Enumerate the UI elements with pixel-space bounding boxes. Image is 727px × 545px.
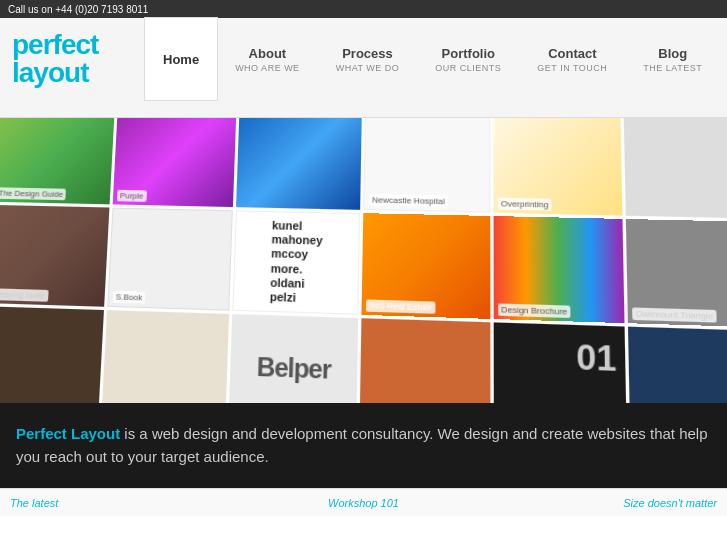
bottom-description-text: is a web design and development consulta… — [16, 425, 708, 465]
logo-line1: perfect — [12, 31, 98, 59]
portfolio-item[interactable]: Wedding Invite — [0, 205, 109, 307]
nav-item-home[interactable]: Home — [145, 18, 217, 100]
item-label-wedding: Wedding Invite — [0, 288, 48, 302]
logo-line2: layout — [12, 59, 98, 87]
nav-label-blog: Blog — [658, 46, 687, 61]
portfolio-item[interactable]: Newcastle Hospital — [363, 118, 490, 213]
nav-label-home: Home — [163, 52, 199, 67]
item-label-sbook: S.Book — [112, 291, 145, 304]
mahoney-text: kunel mahoney mccoy more. oldani pelzi — [265, 214, 327, 310]
portfolio-item[interactable]: The Design Guide — [0, 118, 114, 204]
header: perfect layout Home About WHO ARE WE Pro… — [0, 18, 727, 118]
logo[interactable]: perfect layout — [12, 31, 98, 87]
footer-links: The latest Workshop 101 Size doesn't mat… — [0, 488, 727, 516]
portfolio-item[interactable]: ING Real Estate — [361, 213, 490, 319]
portfolio-item[interactable]: 01 Hammersmith — [493, 322, 627, 403]
footer-link-the-latest[interactable]: The latest — [10, 497, 246, 509]
item-label-hospital: Newcastle Hospital — [369, 194, 448, 208]
portfolio-item[interactable]: Oakmount Triangle — [626, 219, 727, 327]
nav-label-contact: Contact — [548, 46, 596, 61]
portfolio-item[interactable] — [628, 327, 727, 403]
item-label-purple: Purple — [117, 190, 147, 202]
portfolio-item[interactable] — [360, 318, 490, 403]
nav-sub-process: WHAT WE DO — [336, 63, 400, 73]
portfolio-item[interactable] — [236, 118, 361, 210]
item-label-brochure: Design Brochure — [498, 303, 571, 318]
item-label-overprinting: Overprinting — [498, 198, 552, 211]
nav-area: perfect layout Home About WHO ARE WE Pro… — [0, 18, 727, 100]
bottom-description: Perfect Layout is a web design and devel… — [16, 423, 711, 468]
item-label-design-guide: The Design Guide — [0, 187, 66, 200]
portfolio-item[interactable]: Purple — [112, 118, 236, 207]
nav-label-portfolio: Portfolio — [442, 46, 495, 61]
hammersmith-number: 01 — [576, 336, 617, 380]
nav-sub-about: WHO ARE WE — [235, 63, 300, 73]
nav-label-about: About — [249, 46, 287, 61]
portfolio-item[interactable] — [101, 310, 229, 403]
bottom-bar: Perfect Layout is a web design and devel… — [0, 403, 727, 488]
nav-sub-contact: GET IN TOUCH — [537, 63, 607, 73]
nav-sub-portfolio: OUR CLIENTS — [435, 63, 501, 73]
main-nav: Home About WHO ARE WE Process WHAT WE DO… — [145, 18, 727, 100]
belper-text: Belper — [256, 351, 331, 385]
footer-link-workshop[interactable]: Workshop 101 — [246, 497, 482, 509]
portfolio-item[interactable]: Design Brochure — [493, 216, 625, 323]
nav-item-about[interactable]: About WHO ARE WE — [217, 18, 318, 100]
nav-sub-blog: THE LATEST — [643, 63, 702, 73]
portfolio-item[interactable]: S.Book — [107, 208, 233, 311]
nav-item-process[interactable]: Process WHAT WE DO — [318, 18, 418, 100]
portfolio-item[interactable] — [624, 118, 727, 219]
nav-item-portfolio[interactable]: Portfolio OUR CLIENTS — [417, 18, 519, 100]
phone-text: Call us on +44 (0)20 7193 8011 — [8, 4, 148, 15]
top-bar: Call us on +44 (0)20 7193 8011 — [0, 0, 727, 18]
footer-link-size[interactable]: Size doesn't matter — [481, 497, 717, 509]
portfolio-area: The Design Guide Purple Newcastle Hospit… — [0, 118, 727, 403]
nav-item-blog[interactable]: Blog THE LATEST — [625, 18, 720, 100]
portfolio-item[interactable] — [0, 306, 104, 403]
portfolio-grid: The Design Guide Purple Newcastle Hospit… — [0, 118, 727, 403]
brand-highlight: Perfect Layout — [16, 425, 120, 442]
item-label-oakmount: Oakmount Triangle — [632, 307, 716, 322]
item-label-ing: ING Real Estate — [366, 299, 435, 313]
portfolio-item[interactable]: Belper — [229, 314, 358, 403]
logo-area[interactable]: perfect layout — [0, 18, 145, 100]
portfolio-item[interactable]: kunel mahoney mccoy more. oldani pelzi — [233, 210, 360, 314]
nav-label-process: Process — [342, 46, 393, 61]
portfolio-item[interactable]: Overprinting — [493, 118, 623, 216]
nav-item-contact[interactable]: Contact GET IN TOUCH — [519, 18, 625, 100]
